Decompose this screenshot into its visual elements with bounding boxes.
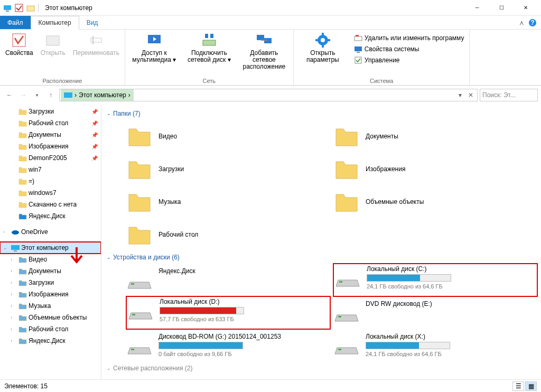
drive-item[interactable]: Яндекс.Диск	[127, 264, 330, 296]
forward-button[interactable]: →	[17, 89, 30, 101]
item-count: Элементов: 15	[4, 382, 48, 390]
recent-button[interactable]: ▼	[31, 89, 43, 101]
tree-item[interactable]: Загрузки📌	[0, 106, 101, 117]
icons-view-button[interactable]: ▦	[525, 381, 537, 391]
help-icon[interactable]: ?	[528, 18, 537, 27]
tree-item[interactable]: ›Рабочий стол	[0, 323, 101, 335]
tree-item[interactable]: Скачанно с нета	[0, 199, 101, 210]
network-group-header[interactable]: ⌄ Сетевые расположения (2)	[106, 361, 537, 375]
address-crumb: › Этот компьютер ›	[61, 89, 134, 101]
properties-button[interactable]: Свойства	[2, 31, 36, 58]
svg-rect-34	[132, 314, 135, 315]
folder-item[interactable]: Музыка	[127, 186, 330, 218]
svg-point-18	[321, 38, 325, 42]
menu-bar: Файл Компьютер Вид ⋏ ?	[0, 16, 541, 30]
nav-bar: ← → ▼ ↑ › Этот компьютер › ▾ ✕ Поиск: Эт…	[0, 86, 541, 105]
close-button[interactable]: ✕	[514, 0, 538, 16]
drive-item[interactable]: Локальный диск (D:)57,7 ГБ свободно из 6…	[127, 297, 330, 329]
open-settings-button[interactable]: Открыть параметры	[296, 31, 350, 64]
svg-rect-6	[13, 34, 25, 46]
tree-item[interactable]: windows7	[0, 187, 101, 199]
svg-rect-37	[338, 349, 341, 350]
svg-rect-36	[131, 349, 134, 350]
tree-item[interactable]: DemonF2005📌	[0, 152, 101, 164]
refresh-button[interactable]: ✕	[465, 91, 476, 99]
ribbon-group-system: Система	[296, 77, 468, 85]
tree-item[interactable]: ›Документы	[0, 265, 101, 277]
folder-icon	[26, 4, 35, 12]
tree-item[interactable]: Яндекс.Диск	[0, 210, 101, 222]
status-bar: Элементов: 15 ☰ ▦	[0, 379, 541, 392]
ribbon-group-network: Сеть	[127, 77, 291, 85]
maximize-button[interactable]: ☐	[489, 0, 514, 16]
svg-rect-32	[131, 283, 134, 285]
svg-text:?: ?	[530, 19, 534, 26]
file-menu[interactable]: Файл	[0, 16, 31, 29]
drives-group-header[interactable]: ⌄ Устройства и диски (6)	[106, 250, 537, 264]
minimize-button[interactable]: ─	[465, 0, 489, 16]
window-title: Этот компьютер	[45, 4, 92, 12]
tree-item[interactable]: ›Объемные объекты	[0, 312, 101, 323]
tree-item[interactable]: Документы📌	[0, 129, 101, 141]
svg-rect-14	[210, 34, 213, 38]
drive-item[interactable]: Дисковод BD-ROM (G:) 20150124_0012530 ба…	[127, 330, 330, 361]
content-pane: ⌄ Папки (7)ВидеоДокументыЗагрузкиИзображ…	[101, 105, 541, 379]
tree-this-pc[interactable]: ⌄Этот компьютер	[0, 242, 101, 254]
ribbon-group-location: Расположение	[2, 77, 123, 85]
up-button[interactable]: ↑	[44, 89, 57, 101]
drive-item[interactable]: DVD RW дисковод (E:)	[334, 297, 537, 329]
check-icon[interactable]	[15, 4, 23, 12]
navigation-pane: Загрузки📌 Рабочий стол📌 Документы📌 Изобр…	[0, 105, 101, 379]
svg-point-29	[12, 230, 19, 235]
folders-group-header[interactable]: ⌄ Папки (7)	[106, 107, 537, 120]
address-bar[interactable]: › Этот компьютер › ▾ ✕	[59, 89, 478, 101]
folder-item[interactable]: Документы	[334, 120, 537, 152]
svg-rect-33	[339, 281, 342, 283]
svg-rect-7	[46, 36, 59, 45]
svg-rect-24	[356, 35, 359, 36]
folder-item[interactable]: Видео	[127, 120, 330, 152]
view-tab[interactable]: Вид	[79, 16, 106, 29]
tree-item[interactable]: ›Музыка	[0, 300, 101, 312]
folder-item[interactable]: Загрузки	[127, 153, 330, 185]
add-network-location-button[interactable]: Добавить сетевое расположение	[237, 31, 291, 72]
folder-item[interactable]: Рабочий стол	[127, 219, 330, 250]
tree-item[interactable]: =)	[0, 175, 101, 187]
tree-item[interactable]: ›Изображения	[0, 288, 101, 300]
tree-item[interactable]: win7	[0, 164, 101, 175]
search-input[interactable]: Поиск: Эт...	[480, 89, 538, 101]
folder-item[interactable]: Изображения	[334, 153, 537, 185]
back-button[interactable]: ←	[3, 89, 16, 101]
rename-button: Переименовать	[70, 31, 123, 58]
svg-rect-31	[14, 250, 17, 251]
ribbon: Свойства Открыть Переименовать Расположе…	[0, 30, 541, 86]
dropdown-icon[interactable]: ▾	[455, 91, 465, 99]
uninstall-button[interactable]: Удалить или изменить программу	[351, 33, 468, 43]
svg-rect-12	[203, 40, 216, 45]
tree-item[interactable]: Рабочий стол📌	[0, 117, 101, 129]
computer-tab[interactable]: Компьютер	[31, 16, 79, 30]
svg-rect-23	[355, 36, 362, 41]
svg-rect-28	[64, 92, 72, 98]
media-access-button[interactable]: Доступ к мультимедиа ▾	[127, 31, 181, 64]
tree-item[interactable]: ›Яндекс.Диск	[0, 335, 101, 347]
svg-rect-27	[355, 57, 361, 63]
system-properties-button[interactable]: Свойства системы	[351, 44, 468, 54]
svg-rect-25	[355, 46, 362, 51]
map-drive-button[interactable]: Подключить сетевой диск ▾	[182, 31, 236, 64]
tree-item[interactable]: ›Загрузки	[0, 277, 101, 288]
drive-item[interactable]: Локальный диск (X:)24,1 ГБ свободно из 6…	[334, 330, 537, 361]
collapse-ribbon-icon[interactable]: ⋏	[519, 19, 524, 26]
svg-rect-3	[27, 6, 34, 11]
details-view-button[interactable]: ☰	[512, 381, 524, 391]
folder-item[interactable]: Объемные объекты	[334, 186, 537, 218]
drive-item[interactable]: Локальный диск (C:)24,1 ГБ свободно из 6…	[334, 264, 537, 296]
tree-onedrive[interactable]: ›OneDrive	[0, 226, 101, 238]
svg-rect-0	[4, 5, 11, 10]
title-bar: Этот компьютер ─ ☐ ✕	[0, 0, 541, 16]
svg-rect-30	[11, 245, 20, 250]
manage-button[interactable]: Управление	[351, 55, 468, 66]
tree-item[interactable]: ›Видео	[0, 254, 101, 265]
tree-item[interactable]: Изображения📌	[0, 141, 101, 152]
pc-icon	[3, 4, 12, 12]
